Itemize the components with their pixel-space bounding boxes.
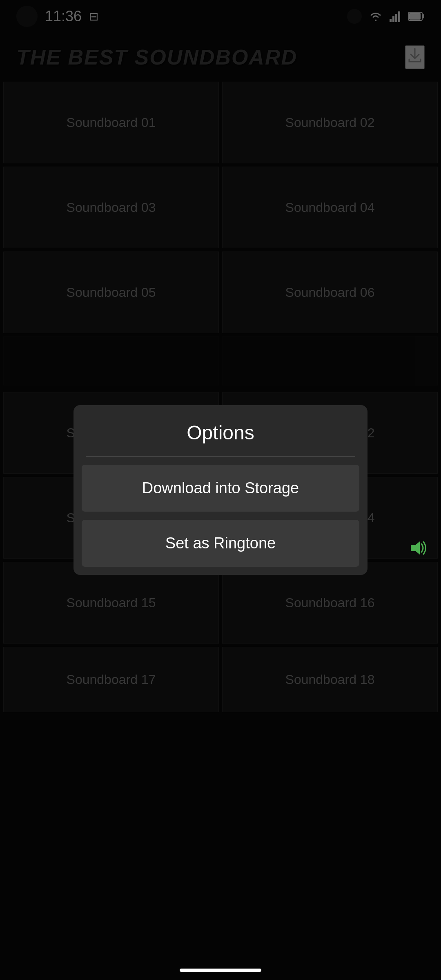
svg-marker-8	[411, 541, 420, 555]
options-divider	[86, 456, 355, 457]
volume-icon	[408, 539, 429, 557]
set-ringtone-button[interactable]: Set as Ringtone	[82, 520, 359, 567]
options-dialog: Options Download into Storage Set as Rin…	[74, 405, 368, 575]
options-dialog-title: Options	[74, 405, 368, 456]
bottom-nav-bar	[180, 969, 261, 972]
download-storage-button[interactable]: Download into Storage	[82, 465, 359, 512]
volume-indicator	[408, 539, 429, 561]
